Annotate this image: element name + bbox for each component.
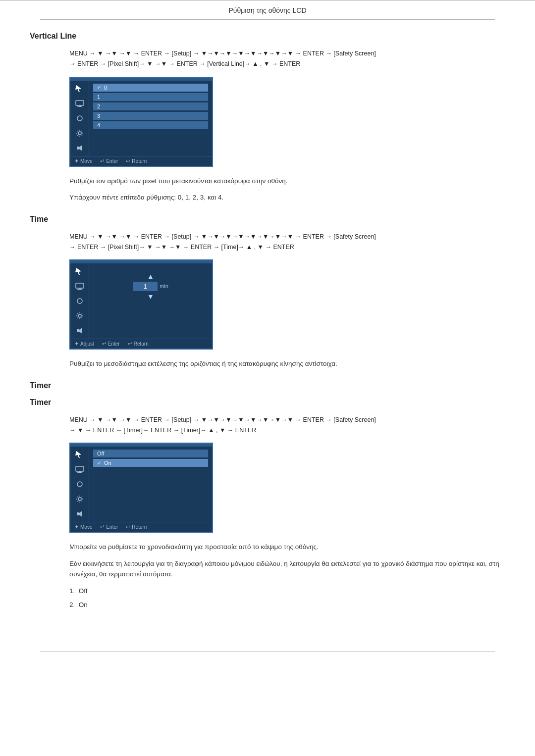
footer-move-timer: ✦ Move [74,524,92,530]
lcd-icon-t1 [74,266,86,276]
lcd-screen-time: ▲ 1 min ▼ ✦ Adjust [69,259,213,350]
timer-title: Timer [30,381,505,390]
lcd-icon-t3 [74,296,86,306]
section-timer: Timer Timer MENU → ▼ →▼ →▼ → ENTER → [Se… [30,381,505,610]
svg-marker-8 [75,268,81,275]
content-area: Vertical Line MENU → ▼ →▼ →▼ → ENTER → [… [0,32,535,642]
section-time: Time MENU → ▼ →▼ →▼ → ENTER → [Setup] → … [30,215,505,369]
lcd-icon-t4 [74,311,86,321]
footer-enter-timer: ↵ Enter [100,524,118,530]
svg-rect-3 [77,106,82,107]
svg-rect-1 [76,101,84,105]
lcd-option-2: 2 [93,102,208,110]
lcd-footer-timer: ✦ Move ↵ Enter ↩ Return [70,522,212,532]
time-desc: Ρυθμίζει το μεσοδιάστημα εκτέλεσης της ο… [69,358,505,369]
lcd-icon-3 [74,113,86,123]
page-header: Ρύθμιση της οθόνης LCD [0,2,535,19]
timer-desc1: Μπορείτε να ρυθμίσετε το χρονοδιακόπτη γ… [69,542,505,553]
svg-rect-17 [76,466,84,471]
svg-rect-18 [79,471,81,472]
lcd-icon-tm1 [74,450,86,459]
svg-marker-15 [79,328,82,334]
lcd-main-timer: Off ✔ On [89,447,212,522]
lcd-body-time: ▲ 1 min ▼ [70,263,212,339]
timer-list-item-1: 1. Off [69,586,505,597]
vertical-line-desc1: Ρυθμίζει τον αριθμό των pixel που μετακι… [69,176,505,187]
svg-rect-22 [77,512,79,515]
lcd-sidebar-time [70,263,89,339]
lcd-option-0: ✔ 0 [93,84,208,92]
footer-return-time: ↩ Return [128,341,149,347]
lcd-body-vertical: ✔ 0 1 2 3 [70,81,212,156]
section-vertical-line: Vertical Line MENU → ▼ →▼ →▼ → ENTER → [… [30,32,505,203]
lcd-option-off: Off [93,450,208,457]
footer-move: ✦ Move [74,158,92,164]
timer-list-item-2: 2. On [69,600,505,610]
lcd-icon-4 [74,128,86,138]
time-title: Time [30,215,505,224]
lcd-footer-vertical: ✦ Move ↵ Enter ↩ Return [70,156,212,166]
lcd-icon-tm5 [74,509,86,519]
lcd-center-time: ▲ 1 min ▼ [93,266,208,306]
lcd-number-row: 1 min [133,280,168,293]
svg-marker-16 [75,451,81,458]
svg-rect-14 [77,329,79,332]
svg-marker-7 [79,145,82,151]
timer-sub-title: Timer [30,398,505,407]
vertical-line-nav: MENU → ▼ →▼ →▼ → ENTER → [Setup] → ▼→▼→▼… [69,49,505,70]
vertical-line-screen: ✔ 0 1 2 3 [69,77,213,167]
svg-rect-9 [76,283,84,288]
lcd-sidebar-timer [70,447,89,522]
lcd-icon-tm2 [74,464,86,474]
footer-enter-time: ↵ Enter [102,341,120,347]
lcd-body-timer: Off ✔ On [70,447,212,522]
lcd-icon-1 [74,84,86,94]
lcd-min-label: min [160,283,168,289]
svg-point-20 [77,482,82,487]
footer-return: ↩ Return [126,158,147,164]
time-screen: ▲ 1 min ▼ ✦ Adjust [69,259,213,350]
lcd-icon-5 [74,143,86,153]
lcd-option-3: 3 [93,112,208,120]
timer-screen: Off ✔ On ✦ Move [69,443,213,533]
footer-adjust: ✦ Adjust [74,341,94,347]
lcd-screen-vertical: ✔ 0 1 2 3 [69,77,213,167]
svg-rect-6 [77,147,79,150]
lcd-option-4: 4 [93,121,208,129]
lcd-icon-tm3 [74,479,86,489]
svg-rect-10 [79,288,81,289]
lcd-icon-t5 [74,326,86,336]
svg-point-5 [78,132,81,135]
footer-return-timer: ↩ Return [126,524,147,530]
bottom-border [40,652,495,652]
svg-point-12 [77,299,82,303]
lcd-number-box: 1 [133,282,158,291]
time-nav: MENU → ▼ →▼ →▼ → ENTER → [Setup] → ▼→▼→▼… [69,232,505,253]
svg-marker-23 [79,511,82,517]
svg-rect-2 [79,105,81,106]
top-border [0,0,535,0]
lcd-main-vertical: ✔ 0 1 2 3 [89,81,212,156]
svg-rect-11 [77,289,82,290]
lcd-icon-t2 [74,281,86,291]
header-divider [40,19,495,20]
lcd-option-1: 1 [93,93,208,101]
vertical-line-desc2: Υπάρχουν πέντε επίπεδα ρύθμισης: 0, 1, 2… [69,192,505,203]
lcd-footer-time: ✦ Adjust ↵ Enter ↩ Return [70,339,212,349]
footer-enter: ↵ Enter [100,158,118,164]
lcd-screen-timer: Off ✔ On ✦ Move [69,443,213,533]
lcd-icon-2 [74,99,86,108]
timer-nav: MENU → ▼ →▼ →▼ → ENTER → [Setup] → ▼→▼→▼… [69,415,505,436]
svg-marker-0 [75,85,81,92]
vertical-line-title: Vertical Line [30,32,505,41]
lcd-sidebar-vertical [70,81,89,156]
page-container: Ρύθμιση της οθόνης LCD Vertical Line MEN… [0,0,535,756]
lcd-arrow-down: ▼ [147,293,154,300]
svg-point-4 [77,116,82,121]
page-title: Ρύθμιση της οθόνης LCD [228,6,306,14]
lcd-arrow-up: ▲ [147,273,154,280]
svg-point-21 [78,498,81,501]
svg-point-13 [78,314,81,317]
lcd-option-on: ✔ On [93,459,208,467]
lcd-main-time: ▲ 1 min ▼ [89,263,212,339]
